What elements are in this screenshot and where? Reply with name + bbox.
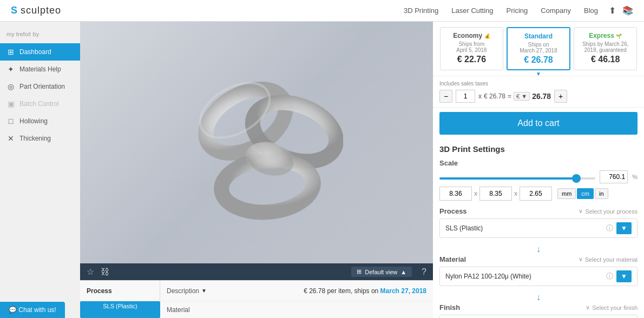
sidebar-item-label: Thickening [19, 135, 51, 142]
nav-blog[interactable]: Blog [584, 6, 598, 15]
hollowing-icon: □ [6, 117, 15, 125]
nav-pricing[interactable]: Pricing [507, 6, 528, 15]
sidebar-item-label: Hollowing [19, 117, 48, 125]
bottom-price: € 26.78 per item, ships on March 27, 201… [297, 281, 433, 301]
add-to-cart-button[interactable]: Add to cart [439, 112, 638, 135]
default-view-selector[interactable]: ⊞ Default view ▲ [351, 267, 412, 277]
star-icon[interactable]: ☆ [87, 267, 94, 277]
sidebar-item-hollowing[interactable]: □ Hollowing [0, 112, 80, 130]
sidebar-item-label: Materials Help [19, 65, 61, 73]
unit-in-button[interactable]: in [595, 188, 608, 199]
unit-selector: mm cm in [557, 188, 608, 199]
tier-economy[interactable]: Economy 💰 Ships from April 5, 2018 € 22.… [440, 27, 503, 70]
dim-sep-2: x [514, 190, 517, 197]
pricing-tiers: Economy 💰 Ships from April 5, 2018 € 22.… [433, 22, 644, 76]
default-view-label: Default view [365, 269, 397, 275]
dim-z-input[interactable] [520, 187, 552, 201]
sidebar-item-materials-help[interactable]: ✦ Materials Help [0, 61, 80, 78]
finish-dropdown[interactable]: Raw ⓘ ▼ [439, 315, 638, 318]
unit-mm-button[interactable]: mm [557, 188, 576, 199]
tier-express[interactable]: Express 🌱 Ships by March 26, 2018, guara… [574, 27, 637, 70]
nav-3d-printing[interactable]: 3D Printing [404, 6, 438, 15]
chevron-down-icon: ∨ [579, 256, 583, 263]
materials-icon: ✦ [6, 65, 15, 74]
nav-icons: ⬆ 📚 [609, 5, 633, 16]
qty-decrement-button[interactable]: − [439, 90, 452, 103]
express-icon: 🌱 [616, 34, 622, 39]
scale-slider[interactable] [439, 177, 595, 180]
dimension-row: x x mm cm in [439, 187, 638, 201]
finish-group: Finish ∨ Select your finish Raw ⓘ ▼ [439, 303, 638, 318]
chevron-down-icon: ▼ [201, 288, 207, 294]
material-info-icon[interactable]: ⓘ [606, 271, 613, 281]
sidebar-item-thickening[interactable]: ✕ Thickening [0, 130, 80, 147]
process-info-icon[interactable]: ⓘ [606, 223, 613, 233]
bottom-bar: Process Description ▼ € 26.78 per item, … [80, 280, 433, 301]
bookmark-icon[interactable]: 📚 [622, 5, 633, 16]
help-icon[interactable]: ? [422, 267, 426, 277]
quantity-area: Includes sales taxes − x € 26.78 = € ▼ 2… [433, 76, 644, 108]
material-label-bottom: Material [160, 301, 196, 318]
tier-standard[interactable]: Standard Ships on March 27, 2018 € 26.78 [507, 27, 571, 70]
top-nav: S sculpteo 3D Printing Laser Cutting Pri… [0, 0, 644, 22]
sidebar: my trefoil by ⊞ Dashboard ✦ Materials He… [0, 22, 80, 318]
scale-slider-container [439, 173, 595, 181]
chat-button[interactable]: 💬 Chat with us! [0, 302, 65, 318]
process-dropdown-arrow[interactable]: ▼ [616, 222, 632, 234]
material-dropdown-arrow[interactable]: ▼ [616, 270, 632, 282]
process-hint: ∨ Select your process [579, 208, 638, 215]
material-label: Material [439, 255, 466, 263]
scale-row: % [439, 170, 638, 183]
page-title: my trefoil by [0, 27, 80, 43]
process-label: Process [439, 207, 467, 215]
scale-label: Scale [439, 159, 458, 167]
link-icon[interactable]: ⛓ [101, 267, 109, 277]
dim-sep-1: x [474, 190, 477, 197]
qty-input[interactable] [456, 90, 475, 103]
description-label[interactable]: Description [167, 287, 199, 295]
tax-note: Includes sales taxes [439, 81, 638, 87]
unit-cm-button[interactable]: cm [577, 188, 594, 199]
connector-1: ↓ [439, 244, 638, 254]
qty-row: − x € 26.78 = € ▼ 26.78 + [439, 90, 638, 103]
right-panel: Economy 💰 Ships from April 5, 2018 € 22.… [433, 22, 644, 318]
dim-y-input[interactable] [479, 187, 512, 201]
viewer-column: ☆ ⛓ ⊞ Default view ▲ ? Process Descripti… [80, 22, 433, 318]
material-dropdown[interactable]: Nylon PA12 100-120μ (White) ⓘ ▼ [439, 267, 638, 286]
material-group: Material ∨ Select your material Nylon PA… [439, 255, 638, 286]
thickening-icon: ✕ [6, 134, 15, 143]
sidebar-item-dashboard[interactable]: ⊞ Dashboard [0, 43, 80, 61]
pct-label: % [632, 174, 638, 180]
model-3d [170, 40, 343, 246]
finish-label: Finish [439, 303, 460, 312]
batch-icon: ▣ [6, 100, 15, 108]
logo-text: sculpteo [21, 5, 61, 16]
sidebar-item-batch-control: ▣ Batch Control [0, 95, 80, 112]
scale-value-input[interactable] [600, 170, 628, 183]
process-value: SLS (Plastic) [445, 224, 483, 232]
nav-company[interactable]: Company [541, 6, 571, 15]
currency-selector[interactable]: € ▼ [514, 92, 530, 101]
sidebar-item-part-orientation[interactable]: ◎ Part Orientation [0, 78, 80, 95]
economy-icon: 💰 [484, 34, 490, 39]
sidebar-item-label: Part Orientation [19, 83, 65, 90]
qty-increment-button[interactable]: + [554, 90, 567, 103]
logo: S sculpteo [11, 5, 61, 16]
finish-hint: ∨ Select your finish [586, 304, 638, 311]
nav-laser-cutting[interactable]: Laser Cutting [451, 6, 493, 15]
settings-title: 3D Print Settings [439, 144, 638, 154]
view-icon: ⊞ [357, 268, 362, 275]
chevron-down-icon: ∨ [579, 208, 583, 215]
qty-formula: x € 26.78 = € ▼ 26.78 [478, 92, 551, 101]
material-hint: ∨ Select your material [579, 256, 638, 263]
process-dropdown[interactable]: SLS (Plastic) ⓘ ▼ [439, 218, 638, 238]
process-badge-row: SLS (Plastic) Material [80, 301, 433, 318]
process-badge: SLS (Plastic) [80, 301, 160, 318]
settings-section: 3D Print Settings Scale % x x [433, 139, 644, 318]
upload-icon[interactable]: ⬆ [609, 5, 616, 16]
dim-x-input[interactable] [439, 187, 472, 201]
bottom-desc-area: Description ▼ [160, 281, 297, 301]
scale-group: Scale % x x mm cm [439, 159, 638, 201]
chevron-down-icon: ∨ [586, 304, 590, 311]
process-group: Process ∨ Select your process SLS (Plast… [439, 207, 638, 238]
